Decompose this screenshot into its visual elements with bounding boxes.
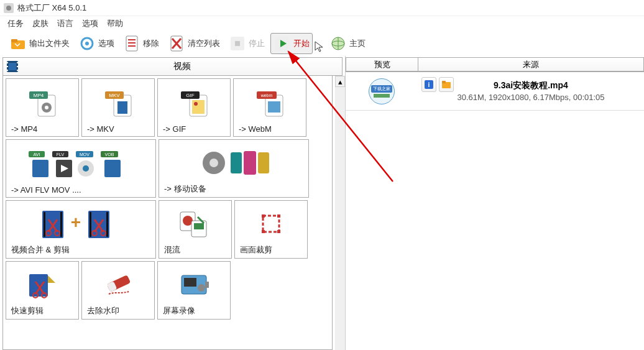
cell-screen-record[interactable]: 屏幕录像 — [157, 261, 231, 320]
svg-point-61 — [209, 159, 218, 167]
cell-label: 混流 — [162, 243, 229, 256]
window-title: 格式工厂 X64 5.0.1 — [17, 2, 86, 14]
start-button[interactable]: 开始 — [270, 33, 313, 54]
remove-button[interactable]: 移除 — [120, 33, 162, 54]
merge-cut-icon: + — [9, 205, 153, 243]
cell-label: 视频合并 & 剪辑 — [9, 243, 153, 256]
svg-rect-62 — [231, 152, 242, 173]
remove-label: 移除 — [143, 38, 159, 49]
cell-mkv[interactable]: MKV -> MKV — [81, 78, 155, 137]
svg-text:GIF: GIF — [186, 93, 194, 98]
svg-rect-23 — [7, 66, 8, 67]
svg-rect-40 — [192, 100, 205, 114]
svg-rect-14 — [235, 41, 240, 46]
quick-cut-icon — [9, 265, 76, 304]
col-preview[interactable]: 预览 — [346, 57, 418, 71]
cell-mp4[interactable]: MP4 -> MP4 — [6, 78, 79, 137]
svg-text:FLV: FLV — [57, 152, 65, 157]
cell-gif[interactable]: GIF -> GIF — [157, 78, 231, 137]
left-panel: 视频 MP4 -> MP4 MKV -> MKV — [0, 56, 346, 350]
menu-skin[interactable]: 皮肤 — [32, 18, 48, 29]
cell-label: 快速剪辑 — [9, 304, 76, 316]
menu-language[interactable]: 语言 — [57, 18, 73, 29]
stop-icon — [229, 35, 246, 52]
output-folder-button[interactable]: 输出文件夹 — [6, 33, 73, 54]
play-icon — [274, 35, 291, 52]
source-info: i 9.3ai安装教程.mp4 30.61M, 1920x1080, 6.17M… — [418, 72, 644, 110]
svg-point-41 — [194, 102, 198, 106]
cell-video-merge-cut[interactable]: + 视频合并 & 剪辑 — [6, 200, 156, 259]
svg-rect-21 — [9, 63, 16, 70]
svg-rect-26 — [17, 66, 18, 67]
svg-rect-96 — [442, 81, 446, 83]
scroll-up-icon[interactable]: ▴ — [335, 76, 345, 87]
globe-icon — [329, 35, 347, 52]
multi-format-icon: AVI FLV MOV VOB — [9, 144, 153, 184]
home-button[interactable]: 主页 — [326, 33, 369, 54]
svg-text:VOB: VOB — [105, 152, 114, 157]
menu-options[interactable]: 选项 — [82, 18, 98, 29]
svg-rect-92 — [205, 282, 209, 288]
cell-webm[interactable]: webm -> WebM — [233, 78, 306, 137]
svg-point-91 — [198, 284, 205, 292]
cell-label: -> WebM — [236, 123, 303, 134]
format-grid: MP4 -> MP4 MKV -> MKV GIF -> GIF — [2, 76, 333, 350]
mp4-icon: MP4 — [9, 83, 76, 123]
title-bar: 格式工厂 X64 5.0.1 — [0, 0, 644, 16]
svg-rect-66 — [44, 212, 45, 237]
info-icon: i — [425, 80, 433, 89]
svg-rect-82 — [262, 230, 265, 233]
cell-label: -> MP4 — [9, 123, 76, 134]
clear-list-label: 清空列表 — [188, 38, 220, 49]
remove-icon — [123, 35, 140, 52]
mkv-icon: MKV — [85, 83, 152, 123]
cell-quick-cut[interactable]: 快速剪辑 — [6, 261, 79, 320]
svg-rect-73 — [106, 212, 108, 237]
svg-rect-25 — [17, 62, 18, 63]
cell-mobile-device[interactable]: -> 移动设备 — [159, 139, 309, 198]
svg-point-1 — [6, 6, 11, 11]
svg-rect-36 — [117, 101, 127, 114]
svg-point-5 — [85, 42, 89, 45]
stop-button[interactable]: 停止 — [226, 33, 268, 54]
svg-rect-81 — [277, 214, 280, 218]
video-category-header[interactable]: 视频 — [2, 57, 343, 76]
col-source[interactable]: 来源 — [418, 57, 644, 71]
menu-task[interactable]: 任务 — [7, 18, 24, 29]
menu-help[interactable]: 帮助 — [107, 18, 123, 29]
svg-point-32 — [45, 106, 48, 109]
svg-rect-80 — [262, 214, 265, 218]
source-meta: 30.61M, 1920x1080, 6.17Mbps, 00:01:05 — [457, 93, 604, 102]
start-label: 开始 — [293, 38, 310, 49]
camcorder-icon — [160, 265, 228, 304]
info-button[interactable]: i — [421, 77, 436, 92]
clear-list-button[interactable]: 清空列表 — [165, 33, 223, 54]
svg-rect-27 — [17, 70, 18, 71]
main-area: 视频 MP4 -> MP4 MKV -> MKV — [0, 56, 644, 350]
gif-icon: GIF — [160, 83, 228, 123]
film-icon — [6, 60, 19, 73]
left-scrollbar[interactable]: ▴ — [335, 76, 345, 350]
home-label: 主页 — [349, 38, 366, 49]
svg-text:MOV: MOV — [80, 152, 90, 157]
clear-icon — [168, 35, 185, 52]
options-label: 选项 — [98, 38, 114, 49]
queue-row[interactable]: 下载之家 i 9.3ai安装教程.mp4 30.61M, 1920x1080, … — [346, 72, 644, 111]
svg-rect-63 — [244, 151, 256, 175]
toolbar: 输出文件夹 选项 移除 清空列表 停止 开始 主页 — [0, 31, 644, 56]
cell-label: -> GIF — [160, 123, 228, 134]
options-button[interactable]: 选项 — [75, 33, 117, 54]
svg-text:MP4: MP4 — [34, 93, 44, 98]
folder-icon — [9, 35, 27, 52]
cell-avi-flv-mov[interactable]: AVI FLV MOV VOB -> AVI FLV MOV .... — [6, 139, 156, 198]
cell-label: -> AVI FLV MOV .... — [9, 184, 153, 195]
cell-remove-watermark[interactable]: 去除水印 — [81, 261, 155, 320]
svg-text:MKV: MKV — [109, 93, 120, 98]
cell-mux[interactable]: 混流 — [159, 200, 232, 259]
open-folder-button[interactable] — [439, 77, 454, 92]
right-panel: 预览 来源 下载之家 i 9.3ai安装教程.mp4 — [346, 56, 644, 350]
stop-label: 停止 — [249, 38, 265, 49]
svg-rect-64 — [258, 152, 269, 173]
svg-text:+: + — [71, 213, 81, 232]
cell-crop[interactable]: 画面裁剪 — [234, 200, 308, 259]
